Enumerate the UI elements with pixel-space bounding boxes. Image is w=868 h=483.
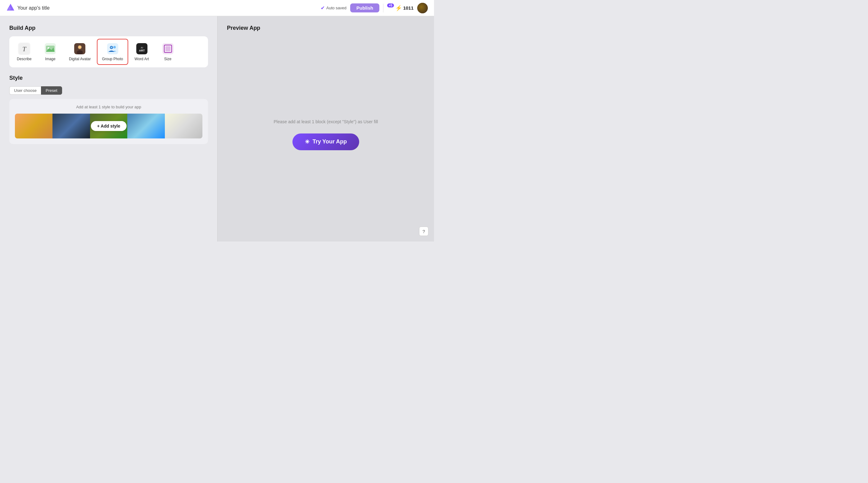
- word-art-icon: AI ART: [136, 42, 148, 55]
- main-layout: Build App T Describe: [0, 16, 434, 242]
- build-app-panel: Build App T Describe: [0, 16, 217, 242]
- preview-content: Please add at least 1 block (except "Sty…: [227, 36, 425, 233]
- header-right: ✔ Auto saved Publish +5 ⚡ 1011: [321, 3, 428, 13]
- check-icon: ✔: [321, 5, 325, 11]
- block-types-container: T Describe Image: [9, 36, 208, 67]
- try-your-app-button[interactable]: ✳ Try Your App: [292, 133, 360, 150]
- svg-text:ART: ART: [139, 49, 145, 52]
- word-art-label: Word Art: [134, 57, 149, 61]
- header: Your app's title ✔ Auto saved Publish +5…: [0, 0, 434, 16]
- auto-saved-status: ✔ Auto saved: [321, 5, 346, 11]
- style-title: Style: [9, 75, 208, 81]
- describe-icon: T: [18, 42, 30, 55]
- avatar[interactable]: [417, 3, 428, 13]
- style-tabs: User choose Preset: [9, 86, 208, 95]
- block-type-size[interactable]: Size: [156, 39, 180, 65]
- digital-avatar-label: Digital Avatar: [69, 57, 91, 61]
- preview-hint: Please add at least 1 block (except "Sty…: [274, 119, 378, 124]
- svg-text:AI: AI: [141, 46, 143, 49]
- size-icon: [162, 42, 174, 55]
- preview-app-panel: Preview App Please add at least 1 block …: [217, 16, 434, 242]
- publish-button[interactable]: Publish: [350, 3, 379, 12]
- digital-avatar-icon: [73, 42, 86, 55]
- svg-point-14: [111, 46, 113, 49]
- style-image-5: [165, 114, 203, 138]
- block-type-digital-avatar[interactable]: Digital Avatar: [64, 39, 96, 65]
- svg-text:T: T: [22, 45, 27, 53]
- svg-point-1: [8, 7, 11, 10]
- logo-icon: [6, 3, 15, 13]
- auto-saved-label: Auto saved: [326, 6, 346, 10]
- build-app-title: Build App: [9, 25, 208, 31]
- style-section: Style User choose Preset Add at least 1 …: [9, 75, 208, 144]
- app-title: Your app's title: [18, 5, 50, 11]
- lightning-icon: ⚡: [395, 5, 402, 11]
- svg-rect-12: [107, 43, 118, 54]
- tab-preset[interactable]: Preset: [41, 86, 62, 95]
- try-app-label: Try Your App: [313, 138, 347, 145]
- style-images-row: + Add style: [15, 114, 203, 138]
- block-type-describe[interactable]: T Describe: [12, 39, 37, 65]
- svg-point-11: [79, 46, 81, 49]
- svg-rect-21: [165, 46, 170, 51]
- preview-app-title: Preview App: [227, 25, 425, 31]
- style-image-4: [127, 114, 165, 138]
- describe-label: Describe: [17, 57, 31, 61]
- credits-area: +5 ⚡ 1011: [387, 5, 413, 11]
- tab-user-choose[interactable]: User choose: [9, 86, 41, 95]
- style-hint: Add at least 1 style to build your app: [15, 105, 203, 109]
- group-photo-icon: [106, 42, 119, 55]
- image-label: Image: [45, 57, 55, 61]
- plus5-badge: +5: [387, 3, 394, 7]
- header-left: Your app's title: [6, 3, 50, 13]
- block-type-group-photo[interactable]: Group Photo: [97, 39, 128, 65]
- add-style-button[interactable]: + Add style: [91, 121, 127, 131]
- size-label: Size: [164, 57, 172, 61]
- block-type-word-art[interactable]: AI ART Word Art: [129, 39, 154, 65]
- style-image-1: [15, 114, 53, 138]
- block-type-image[interactable]: Image: [38, 39, 63, 65]
- credits-count: 1011: [403, 5, 413, 10]
- avatar-image: [417, 3, 428, 13]
- header-divider: [383, 4, 383, 12]
- svg-point-15: [113, 46, 116, 49]
- try-app-icon: ✳: [305, 138, 310, 145]
- style-content-box: Add at least 1 style to build your app +…: [9, 99, 208, 144]
- image-icon: [44, 42, 57, 55]
- style-image-2: [53, 114, 90, 138]
- help-button[interactable]: ?: [419, 227, 428, 236]
- group-photo-label: Group Photo: [102, 57, 123, 61]
